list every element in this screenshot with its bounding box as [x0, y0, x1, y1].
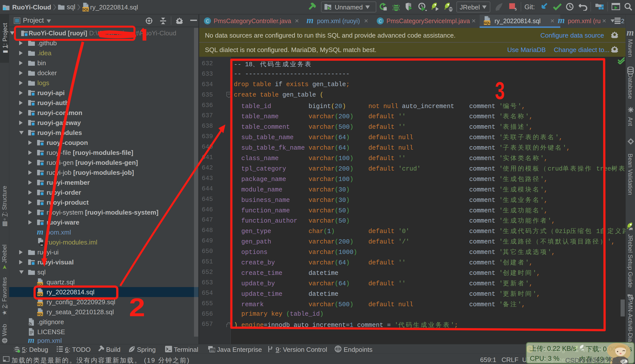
svg-text:2: 2: [129, 293, 145, 322]
svg-text:3: 3: [495, 77, 505, 104]
